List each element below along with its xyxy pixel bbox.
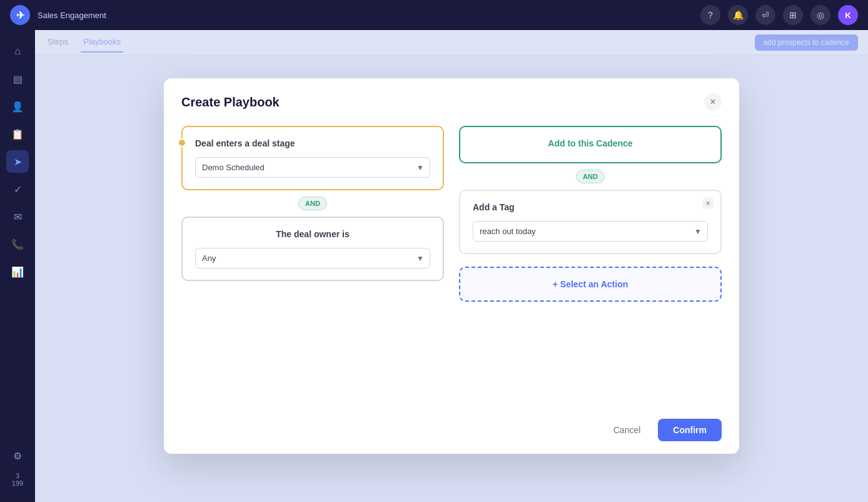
- left-and-badge: AND: [298, 197, 327, 210]
- sidebar-counter: 3 199: [6, 467, 29, 492]
- tag-close-button[interactable]: ×: [702, 197, 714, 210]
- sidebar-item-analytics[interactable]: 📊: [6, 260, 29, 283]
- right-and-connector-2: [459, 254, 722, 267]
- topbar-actions: ? 🔔 ⏎ ⊞ ◎ K: [700, 5, 858, 25]
- left-and-connector: AND: [181, 190, 444, 217]
- main-content: Steps Playbooks add prospects to cadence…: [35, 30, 868, 502]
- topbar: ✈ Sales Engagement ? 🔔 ⏎ ⊞ ◎ K: [0, 0, 868, 30]
- sidebar-item-home[interactable]: ⌂: [6, 40, 29, 63]
- create-playbook-modal: Create Playbook × Deal enters a deal sta…: [164, 78, 739, 454]
- deal-stage-card: Deal enters a deal stage Demo Scheduled …: [181, 126, 444, 190]
- sidebar-item-calls[interactable]: 📞: [6, 233, 29, 255]
- deal-owner-title: The deal owner is: [195, 229, 430, 239]
- sidebar-item-tasks[interactable]: ▤: [6, 68, 29, 90]
- right-and-badge: AND: [576, 170, 605, 183]
- add-cadence-title: Add to this Cadence: [473, 138, 708, 148]
- left-column: Deal enters a deal stage Demo Scheduled …: [181, 126, 444, 302]
- tag-select[interactable]: reach out today follow up hot lead nurtu…: [473, 221, 708, 242]
- sidebar-item-settings[interactable]: ⚙: [6, 444, 29, 467]
- deal-stage-select[interactable]: Demo Scheduled Proposal Sent Negotiation…: [195, 157, 430, 178]
- tag-select-wrap: reach out today follow up hot lead nurtu…: [473, 221, 708, 242]
- right-and-connector: AND: [459, 163, 722, 190]
- cancel-button[interactable]: Cancel: [603, 420, 651, 440]
- confirm-button[interactable]: Confirm: [658, 419, 722, 441]
- tag-title: Add a Tag: [473, 202, 708, 212]
- deal-owner-select-wrap: Any Me Specific User ▼: [195, 248, 430, 269]
- logo-icon: ✈: [16, 9, 24, 21]
- app-logo: ✈: [10, 5, 30, 25]
- select-action-button[interactable]: + Select an Action: [459, 267, 722, 302]
- modal-header: Create Playbook ×: [181, 93, 722, 111]
- deal-owner-select[interactable]: Any Me Specific User: [195, 248, 430, 269]
- app-title: Sales Engagement: [38, 11, 106, 20]
- modal-title: Create Playbook: [181, 95, 280, 110]
- sidebar-item-activities[interactable]: ✓: [6, 178, 29, 200]
- modal-footer: Cancel Confirm: [603, 419, 722, 441]
- add-cadence-card: Add to this Cadence: [459, 126, 722, 163]
- grid-icon[interactable]: ⊞: [783, 5, 803, 25]
- sidebar: ⌂ ▤ 👤 📋 ➤ ✓ ✉ 📞 📊 ⚙ 3 199: [0, 30, 35, 502]
- add-tag-card: × Add a Tag reach out today follow up ho…: [459, 190, 722, 254]
- headset-icon[interactable]: ◎: [810, 5, 830, 25]
- sidebar-item-cadences[interactable]: ➤: [6, 150, 29, 173]
- right-column: Add to this Cadence AND × Add a Tag reac…: [459, 126, 722, 302]
- sidebar-item-reports[interactable]: 📋: [6, 123, 29, 145]
- sidebar-item-contacts[interactable]: 👤: [6, 95, 29, 118]
- modal-close-button[interactable]: ×: [704, 93, 722, 111]
- modal-body: Deal enters a deal stage Demo Scheduled …: [181, 126, 722, 302]
- notifications-icon[interactable]: 🔔: [728, 5, 748, 25]
- sidebar-item-emails[interactable]: ✉: [6, 205, 29, 228]
- help-icon[interactable]: ?: [700, 5, 720, 25]
- condition-dot: [178, 138, 186, 147]
- deal-owner-card: The deal owner is Any Me Specific User ▼: [181, 217, 444, 281]
- history-icon[interactable]: ⏎: [755, 5, 775, 25]
- user-avatar[interactable]: K: [838, 5, 858, 25]
- deal-stage-title: Deal enters a deal stage: [195, 138, 430, 148]
- sidebar-bottom: ⚙ 3 199: [6, 444, 29, 492]
- deal-stage-select-wrap: Demo Scheduled Proposal Sent Negotiation…: [195, 157, 430, 178]
- modal-overlay: Create Playbook × Deal enters a deal sta…: [35, 30, 868, 502]
